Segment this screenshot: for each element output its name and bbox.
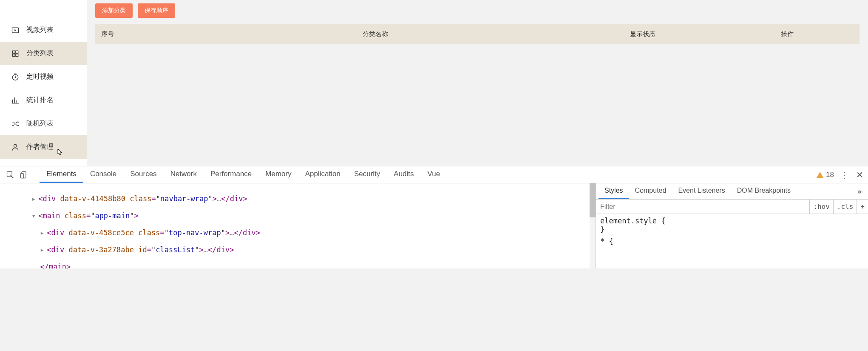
style-line: } [600,225,864,234]
app-root: 视频列表 分类列表 定时视频 统计排名 随机列表 [0,0,868,166]
styles-panel: Styles Computed Event Listeners DOM Brea… [596,183,868,268]
attr-val: classList [156,245,195,254]
ellipsis: … [230,228,234,237]
save-order-button[interactable]: 保存顺序 [138,3,175,18]
attr-val: navbar-wrap [160,194,208,203]
svg-rect-4 [12,54,15,56]
category-table: 序号 分类名称 显示状态 操作 [95,24,859,44]
ellipsis: … [204,245,208,254]
warning-number: 18 [826,171,834,179]
svg-point-7 [14,144,17,147]
sidebar-item-author-manage[interactable]: 作者管理 [0,135,87,159]
sidebar-item-label: 统计排名 [26,96,54,105]
styles-tabs: Styles Computed Event Listeners DOM Brea… [596,183,868,200]
svg-rect-3 [16,51,18,53]
svg-rect-2 [12,51,15,53]
styles-filter-row: :hov .cls + [596,200,868,214]
sidebar-item-label: 视频列表 [26,26,54,34]
devtools-close-icon[interactable]: ✕ [854,170,865,180]
tab-application[interactable]: Application [298,166,347,183]
clock-icon [11,73,20,81]
devtools-body: <div data-v-41458b80 class="navbar-wrap"… [0,183,868,268]
attr-val: top-nav-wrap [169,228,221,237]
sidebar-item-label: 定时视频 [26,72,54,81]
sidebar-item-timed-video[interactable]: 定时视频 [0,65,87,88]
th-status: 显示状态 [570,30,715,38]
shuffle-icon [11,120,20,128]
sidebar-item-label: 分类列表 [26,49,54,58]
subtab-styles[interactable]: Styles [599,183,629,199]
subtab-computed[interactable]: Computed [629,183,672,199]
toolbar: 添加分类 保存顺序 [95,0,859,24]
tab-security[interactable]: Security [347,166,387,183]
sidebar-item-random-list[interactable]: 随机列表 [0,112,87,135]
tab-vue[interactable]: Vue [421,166,447,183]
attr: data-v-41458b80 [60,194,125,203]
new-style-button[interactable]: + [857,200,868,214]
sidebar-item-label: 作者管理 [26,143,54,151]
subtab-dom-breakpoints[interactable]: DOM Breakpoints [731,183,797,199]
tab-audits[interactable]: Audits [387,166,420,183]
svg-marker-1 [14,29,16,31]
style-line: * { [600,237,864,245]
attr: data-v-3a278abe [68,245,134,254]
attr: data-v-458ce5ce [68,228,134,237]
elements-scrollbar[interactable] [590,183,596,268]
devtools-panel: Elements Console Sources Network Perform… [0,166,868,268]
styles-body[interactable]: element.style { } * { [596,214,868,248]
user-icon [11,143,20,151]
scrollbar-thumb[interactable] [590,183,596,217]
tab-network[interactable]: Network [164,166,204,183]
play-icon [11,26,20,34]
main-content: 添加分类 保存顺序 序号 分类名称 显示状态 操作 [87,0,868,166]
ellipsis: … [217,194,221,203]
warning-icon [817,172,823,178]
styles-filter-input[interactable] [596,203,809,211]
th-name: 分类名称 [180,30,570,38]
devtools-tabs: Elements Console Sources Network Perform… [0,166,868,183]
svg-rect-10 [21,173,24,178]
device-toggle-icon[interactable] [17,168,31,182]
sidebar: 视频列表 分类列表 定时视频 统计排名 随机列表 [0,0,87,166]
style-line: element.style { [600,217,864,225]
tab-sources[interactable]: Sources [123,166,163,183]
inspect-icon[interactable] [3,168,17,182]
elements-tree[interactable]: <div data-v-41458b80 class="navbar-wrap"… [0,183,596,268]
th-action: 操作 [715,30,859,38]
chart-icon [11,96,20,105]
sidebar-item-label: 随机列表 [26,119,54,128]
svg-rect-5 [16,54,18,56]
grid-icon [11,49,20,58]
warning-count[interactable]: 18 [817,171,834,179]
th-index: 序号 [95,30,180,38]
styles-more-icon[interactable]: » [854,186,865,197]
cls-toggle[interactable]: .cls [833,200,857,214]
tab-elements[interactable]: Elements [40,166,83,183]
tab-memory[interactable]: Memory [258,166,298,183]
sidebar-item-video-list[interactable]: 视频列表 [0,18,87,42]
tab-console[interactable]: Console [83,166,123,183]
add-category-button[interactable]: 添加分类 [95,3,133,18]
table-header-row: 序号 分类名称 显示状态 操作 [95,24,859,44]
devtools-more-icon[interactable]: ⋮ [839,170,849,180]
tab-performance[interactable]: Performance [204,166,258,183]
subtab-event-listeners[interactable]: Event Listeners [672,183,731,199]
sidebar-item-category-list[interactable]: 分类列表 [0,42,87,65]
devtools-right: 18 ⋮ ✕ [817,170,865,180]
hov-toggle[interactable]: :hov [809,200,833,214]
sidebar-item-statistics[interactable]: 统计排名 [0,88,87,112]
attr-val: app-main [95,211,130,220]
separator [35,170,35,180]
